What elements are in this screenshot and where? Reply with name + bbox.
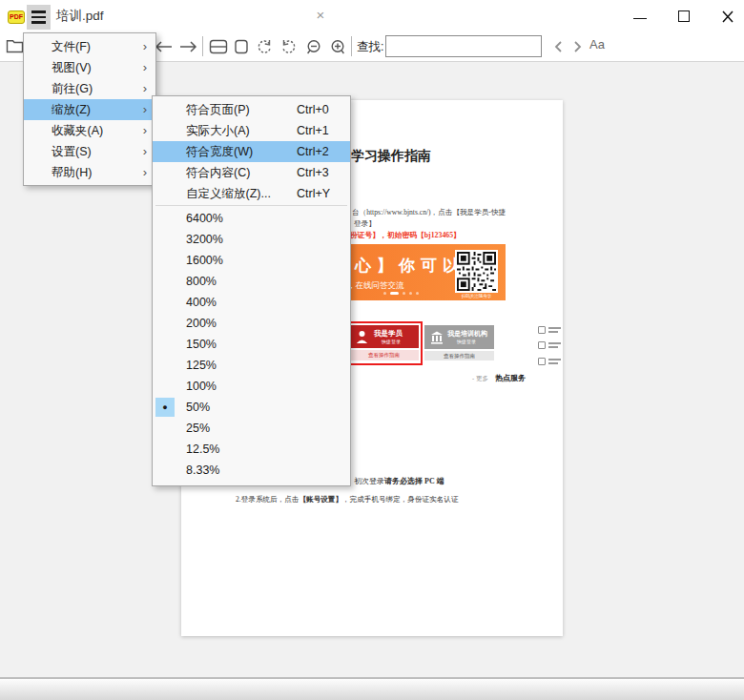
menu-item-help[interactable]: 帮助(H)› (24, 162, 155, 183)
hamburger-menu-button[interactable] (27, 5, 51, 30)
quick-link-item (538, 325, 563, 338)
open-file-button[interactable] (4, 36, 25, 57)
submenu-arrow-icon: › (143, 36, 147, 57)
person-icon (356, 330, 368, 344)
doc-title: 学习操作指南 (351, 148, 431, 165)
org-login-card: 我是培训机构 快捷登录 (424, 325, 494, 349)
chevron-left-icon (553, 40, 563, 53)
menu-item-settings[interactable]: 设置(S)› (24, 141, 155, 162)
zoom-out-icon (305, 39, 322, 55)
doc-note-pc: 初次登录请务必选择 PC 端 (354, 476, 444, 486)
find-input[interactable] (385, 35, 542, 57)
shortcut-label: Ctrl+2 (297, 141, 329, 162)
zoom-submenu: 符合页面(P)Ctrl+0 实际大小(A)Ctrl+1 符合宽度(W)Ctrl+… (152, 95, 351, 486)
close-icon (713, 4, 742, 29)
zoom-level-200[interactable]: 200% (153, 313, 350, 334)
rotate-right-button[interactable] (279, 36, 300, 57)
student-guide-link: 查看操作指南 (349, 350, 419, 360)
zoom-in-button[interactable] (327, 36, 348, 57)
facing-pages-button[interactable] (208, 36, 229, 57)
submenu-item-fit-page[interactable]: 符合页面(P)Ctrl+0 (153, 99, 350, 120)
doc-more-label: - 更多 (472, 375, 488, 383)
rotate-right-icon (280, 39, 298, 54)
menu-item-file[interactable]: 文件(F)› (24, 36, 155, 57)
banner-headline: 心】你可以 (355, 255, 465, 277)
menu-item-goto[interactable]: 前往(G)› (24, 78, 155, 99)
minimize-button[interactable] (626, 4, 654, 29)
org-guide-link: 查看操作指南 (424, 351, 494, 360)
shortcut-label: Ctrl+0 (297, 99, 329, 120)
menu-item-zoom[interactable]: 缩放(Z)› (24, 99, 155, 120)
shortcut-label: Ctrl+Y (297, 183, 330, 204)
title-bar[interactable]: PDF 培训.pdf × (0, 0, 744, 31)
close-button[interactable] (713, 4, 742, 29)
student-login-card: 我是学员 快捷登录 (349, 325, 419, 348)
card-title: 我是培训机构 (447, 329, 487, 339)
qr-pattern (457, 252, 496, 291)
single-page-icon (234, 39, 249, 54)
submenu-arrow-icon: › (143, 78, 147, 99)
zoom-level-1600[interactable]: 1600% (153, 250, 350, 271)
submenu-arrow-icon: › (143, 57, 147, 78)
tab-title[interactable]: 培训.pdf (56, 8, 104, 25)
zoom-level-50-selected[interactable]: ●50% (153, 397, 350, 418)
zoom-in-icon (329, 39, 346, 55)
quick-link-icon (538, 358, 546, 365)
find-next-button[interactable] (568, 36, 589, 57)
zoom-level-100[interactable]: 100% (153, 376, 350, 397)
zoom-out-button[interactable] (303, 36, 324, 57)
toolbar-separator (202, 36, 203, 56)
selected-zoom-bullet-icon: ● (155, 398, 175, 417)
card-subtitle: 快捷登录 (382, 339, 401, 344)
tab-close-icon[interactable]: × (312, 6, 329, 25)
shortcut-label: Ctrl+1 (297, 120, 329, 141)
maximize-button[interactable] (670, 4, 698, 29)
qr-code (455, 250, 498, 293)
doc-hot-services-label: 热点服务 (495, 373, 526, 383)
submenu-arrow-icon: › (143, 162, 147, 183)
quick-link-icon (538, 341, 546, 349)
menu-separator (155, 205, 347, 206)
menu-item-favorites[interactable]: 收藏夹(A)› (24, 120, 155, 141)
hamburger-icon (31, 10, 46, 13)
submenu-item-fit-width[interactable]: 符合宽度(W)Ctrl+2 (153, 141, 350, 162)
submenu-item-actual-size[interactable]: 实际大小(A)Ctrl+1 (153, 120, 350, 141)
card-subtitle: 快捷登录 (457, 339, 476, 344)
doc-note-step2: 2.登录系统后，点击【账号设置】，完成手机号绑定，身份证实名认证 (236, 495, 459, 504)
doc-body-line: 登录】 (354, 219, 376, 229)
rotate-left-icon (256, 39, 273, 54)
doc-password-note: 身份证号】，初始密码【bj123465】 (342, 230, 461, 240)
zoom-level-6400[interactable]: 6400% (153, 208, 350, 229)
banner-subline: ，在线问答交流 (347, 280, 404, 292)
doc-body-line: 台（https://www.bjnts.cn/)，点击【我是学员-快捷 (352, 208, 506, 217)
main-menu: 文件(F)› 视图(V)› 前往(G)› 缩放(Z)› 收藏夹(A)› 设置(S… (23, 32, 156, 186)
maximize-icon (678, 10, 690, 22)
building-icon (430, 331, 444, 344)
zoom-level-12-5[interactable]: 12.5% (153, 439, 350, 460)
zoom-level-125[interactable]: 125% (153, 355, 350, 376)
zoom-level-400[interactable]: 400% (153, 292, 350, 313)
zoom-level-25[interactable]: 25% (153, 418, 350, 439)
zoom-level-800[interactable]: 800% (153, 271, 350, 292)
chevron-right-icon (573, 40, 583, 53)
menu-item-view[interactable]: 视图(V)› (24, 57, 155, 78)
rotate-left-button[interactable] (254, 36, 275, 57)
match-case-button[interactable]: Aa (589, 37, 605, 51)
zoom-level-150[interactable]: 150% (153, 334, 350, 355)
toolbar-separator (351, 36, 352, 56)
submenu-item-custom-zoom[interactable]: 自定义缩放(Z)...Ctrl+Y (153, 183, 350, 204)
submenu-item-fit-content[interactable]: 符合内容(C)Ctrl+3 (153, 162, 350, 183)
submenu-arrow-icon: › (143, 120, 147, 141)
arrow-left-icon (154, 40, 173, 53)
zoom-level-3200[interactable]: 3200% (153, 229, 350, 250)
quick-link-item (538, 357, 563, 369)
find-previous-button[interactable] (548, 36, 568, 57)
quick-link-item (538, 340, 563, 353)
page-forward-button[interactable] (178, 36, 199, 57)
carousel-dots (383, 292, 419, 295)
card-title: 我是学员 (374, 329, 403, 339)
window-bottom-strip (0, 679, 744, 700)
zoom-level-8-33[interactable]: 8.33% (153, 460, 350, 481)
single-page-button[interactable] (231, 36, 252, 57)
facing-pages-icon (209, 39, 228, 54)
